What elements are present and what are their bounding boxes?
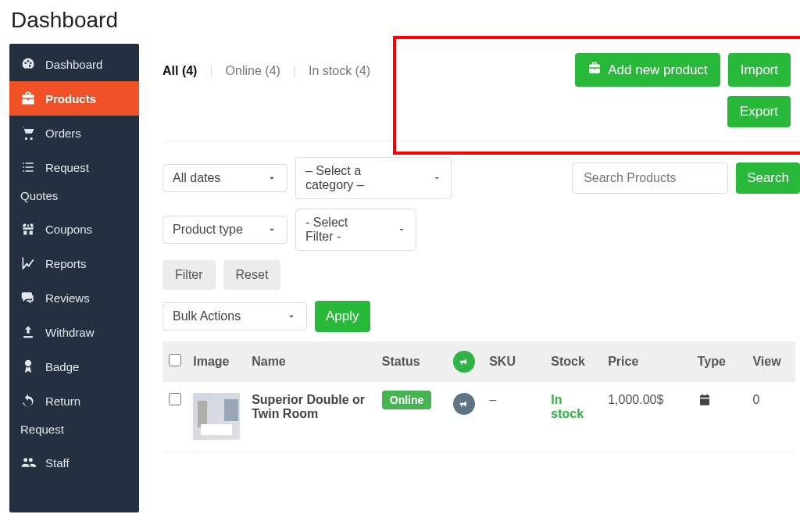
apply-button[interactable]: Apply [315,301,370,332]
products-table: Image Name Status SKU Stock Price Type V… [162,341,795,452]
price-value: 1,000.00$ [602,382,691,452]
sidebar-item-staff[interactable]: Staff [9,445,139,480]
briefcase-icon [20,91,36,106]
sidebar-item-label: Return [45,395,128,408]
product-image[interactable] [193,393,240,440]
divider [162,141,800,141]
action-buttons: Add new product Import Export [575,53,791,127]
views-value: 0 [746,382,795,452]
cart-icon [20,125,36,141]
sidebar-item-label: Reports [45,257,128,270]
reset-button[interactable]: Reset [223,260,281,290]
sidebar-item-label: Reviews [45,291,128,305]
sidebar-item-reports[interactable]: Reports [9,246,139,280]
col-status: Status [376,341,448,382]
sidebar-item-label: Badge [45,360,128,373]
bullhorn-icon [459,398,470,409]
sidebar-item-label: Request [20,423,128,436]
col-price: Price [602,341,691,382]
divider: | [293,64,296,78]
gift-icon [20,221,36,237]
button-label: Add new product [608,62,708,78]
promo-toggle[interactable] [453,393,475,415]
chevron-down-icon [397,224,406,235]
sidebar-item-products[interactable]: Products [9,81,139,116]
status-badge: Online [382,391,432,409]
sidebar-item-label: Staff [45,456,128,470]
sidebar-item-coupons[interactable]: Coupons [9,212,139,246]
product-name[interactable]: Superior Double or Twin Room [252,393,365,420]
calendar-icon [698,393,712,407]
sidebar-item-badge[interactable]: Badge [9,349,139,384]
sku-value: – [483,382,545,452]
sidebar-item-withdraw[interactable]: Withdraw [9,315,139,349]
bullhorn-icon [453,351,475,373]
col-type: Type [691,341,747,382]
sidebar-item-label: Withdraw [45,326,128,339]
col-image: Image [187,341,245,382]
page-title: Dashboard [0,0,800,44]
chevron-down-icon [266,173,277,184]
bulk-actions-select[interactable]: Bulk Actions [162,302,307,330]
sidebar-item-label: Coupons [45,223,128,236]
select-label: – Select a category – [305,164,409,192]
main-content: All (4) | Online (4) | In stock (4) Add … [139,44,800,512]
list-icon [20,159,36,175]
chevron-down-icon [432,173,441,184]
upload-icon [20,324,36,340]
gauge-icon [20,56,36,72]
search-button[interactable]: Search [736,162,800,194]
col-name: Name [245,341,376,382]
sidebar-item-label: Request [45,161,128,174]
select-label: Product type [173,223,243,237]
col-promo [447,341,483,382]
select-label: Bulk Actions [173,309,241,323]
tab-instock[interactable]: In stock (4) [309,64,370,78]
add-product-button[interactable]: Add new product [575,53,720,87]
select-all-checkbox[interactable] [169,354,181,366]
export-button[interactable]: Export [727,96,791,127]
sidebar-item-label: Quotes [20,189,128,202]
briefcase-icon [588,61,602,79]
col-sku: SKU [483,341,545,382]
row-checkbox[interactable] [169,393,181,405]
sidebar-item-label: Orders [45,127,128,140]
stock-value: In stock [551,393,584,420]
filter-button[interactable]: Filter [162,260,216,290]
col-views: View [746,341,795,382]
undo-icon [20,393,36,409]
table-row: Superior Double or Twin Room Online – In… [162,382,795,452]
sidebar-item-return-request[interactable]: Return Request [9,384,139,445]
col-stock: Stock [545,341,602,382]
comments-icon [20,290,36,305]
table-header-row: Image Name Status SKU Stock Price Type V… [162,341,795,382]
sidebar-item-orders[interactable]: Orders [9,116,139,150]
sidebar-item-reviews[interactable]: Reviews [9,280,139,315]
tab-all[interactable]: All (4) [162,64,197,78]
tab-online[interactable]: Online (4) [226,64,280,78]
select-label: - Select Filter - [305,216,373,244]
sidebar: Dashboard Products Orders Request Quotes… [9,44,139,512]
sidebar-item-request-quotes[interactable]: Request Quotes [9,150,139,212]
all-dates-select[interactable]: All dates [162,164,288,192]
sidebar-item-label: Products [45,92,128,105]
chevron-down-icon [286,311,297,322]
sidebar-item-dashboard[interactable]: Dashboard [9,47,139,81]
chart-icon [20,255,36,271]
select-label: All dates [173,171,220,185]
divider: | [209,64,212,78]
search-input[interactable] [572,162,728,194]
import-button[interactable]: Import [728,53,791,87]
category-select[interactable]: – Select a category – [295,157,452,199]
users-icon [20,455,36,470]
award-icon [20,359,36,374]
product-type-select[interactable]: Product type [162,216,288,244]
sidebar-item-label: Dashboard [45,58,128,71]
chevron-down-icon [266,224,277,235]
filter-select[interactable]: - Select Filter - [295,209,416,251]
